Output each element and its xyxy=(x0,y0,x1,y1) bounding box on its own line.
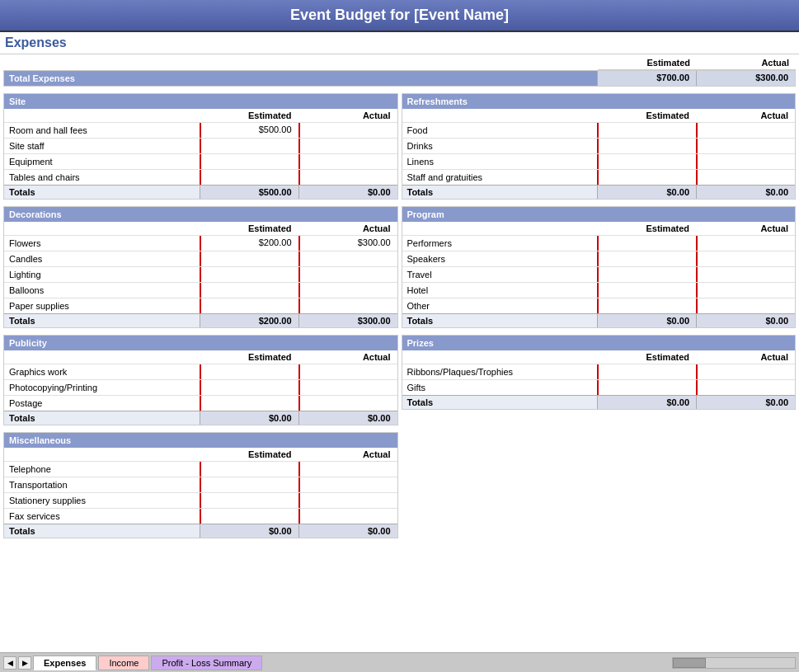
data-row: Stationery supplies xyxy=(4,492,397,508)
data-row: Photocopying/Printing xyxy=(4,379,397,395)
data-row: Tables and chairs xyxy=(4,169,397,185)
totals-label: Totals xyxy=(4,411,200,425)
tab-income[interactable]: Income xyxy=(98,656,149,670)
row-estimated[interactable] xyxy=(597,251,696,266)
totals-estimated: $0.00 xyxy=(597,314,696,327)
row-estimated[interactable] xyxy=(200,298,298,313)
row-estimated[interactable] xyxy=(200,267,298,282)
row-estimated[interactable] xyxy=(200,396,298,411)
row-estimated[interactable] xyxy=(200,139,298,153)
row-estimated[interactable] xyxy=(597,364,696,379)
row-estimated[interactable] xyxy=(597,298,696,313)
data-row: Hotel xyxy=(402,282,796,298)
row-estimated[interactable] xyxy=(200,380,298,395)
row-actual[interactable] xyxy=(298,396,397,411)
row-actual[interactable] xyxy=(298,509,397,524)
row-actual[interactable] xyxy=(298,170,397,185)
section-header-publicity: Publicity xyxy=(4,336,397,350)
row-actual[interactable] xyxy=(696,123,795,138)
row-actual[interactable] xyxy=(696,251,795,266)
row-estimated[interactable] xyxy=(200,364,298,379)
row-label: Tables and chairs xyxy=(4,171,200,184)
totals-actual: $0.00 xyxy=(298,186,397,199)
row-actual[interactable] xyxy=(696,170,795,185)
totals-row-site: Totals $500.00 $0.00 xyxy=(4,185,397,199)
totals-actual: $300.00 xyxy=(298,314,397,327)
tab-profit-loss[interactable]: Profit - Loss Summary xyxy=(151,656,262,670)
data-row: Ribbons/Plaques/Trophies xyxy=(402,364,796,379)
row-actual[interactable] xyxy=(298,477,397,492)
row-estimated[interactable] xyxy=(597,139,696,153)
row-actual[interactable] xyxy=(696,364,795,379)
row-estimated[interactable] xyxy=(200,154,298,169)
row-estimated[interactable] xyxy=(200,493,298,508)
data-row: Speakers xyxy=(402,251,796,266)
row-actual[interactable] xyxy=(696,236,795,251)
scrollbar-thumb[interactable] xyxy=(673,658,706,668)
row-estimated[interactable] xyxy=(597,283,696,298)
row-estimated[interactable] xyxy=(200,170,298,185)
row-label: Balloons xyxy=(4,284,200,297)
row-estimated[interactable] xyxy=(597,123,696,138)
row-actual[interactable] xyxy=(696,139,795,153)
row-estimated[interactable] xyxy=(200,462,298,477)
tab-bar: ◀ ▶ ExpensesIncomeProfit - Loss Summary xyxy=(0,652,799,672)
data-row: Room and hall fees $500.00 xyxy=(4,122,397,138)
row-actual[interactable] xyxy=(298,493,397,508)
tab-nav-next[interactable]: ▶ xyxy=(18,656,31,670)
page-title: Event Budget for [Event Name] xyxy=(0,0,799,32)
section-publicity: Publicity Estimated Actual Graphics work… xyxy=(3,335,398,425)
row-estimated[interactable] xyxy=(200,477,298,492)
row-actual[interactable] xyxy=(298,298,397,313)
row-actual[interactable] xyxy=(696,380,795,395)
scrollbar[interactable] xyxy=(672,657,796,669)
data-row: Lighting xyxy=(4,266,397,282)
row-estimated[interactable] xyxy=(597,267,696,282)
row-actual[interactable] xyxy=(696,267,795,282)
row-label: Speakers xyxy=(402,252,598,266)
section-header-refreshments: Refreshments xyxy=(402,94,796,109)
section-col-headers-refreshments: Estimated Actual xyxy=(402,109,796,122)
row-estimated[interactable] xyxy=(200,283,298,298)
row-actual[interactable] xyxy=(696,298,795,313)
col-hdr-act-prizes: Actual xyxy=(696,351,795,363)
row-actual[interactable] xyxy=(298,154,397,169)
row-actual[interactable] xyxy=(298,462,397,477)
row-label: Ribbons/Plaques/Trophies xyxy=(402,365,598,378)
row-estimated[interactable] xyxy=(597,154,696,169)
row-actual[interactable] xyxy=(298,123,397,138)
data-row: Telephone xyxy=(4,461,397,477)
row-actual[interactable] xyxy=(298,380,397,395)
total-expenses-row: Total Expenses $700.00 $300.00 xyxy=(3,70,796,87)
section-header-prizes: Prizes xyxy=(402,336,796,350)
row-label: Fax services xyxy=(4,510,200,523)
tab-expenses[interactable]: Expenses xyxy=(33,656,96,670)
row-actual[interactable] xyxy=(696,154,795,169)
totals-label: Totals xyxy=(4,524,200,538)
row-estimated[interactable] xyxy=(597,170,696,185)
row-estimated[interactable]: $500.00 xyxy=(200,123,298,138)
col-hdr-act-site: Actual xyxy=(298,110,397,121)
col-hdr-act-refreshments: Actual xyxy=(696,110,795,121)
row-actual[interactable]: $300.00 xyxy=(298,236,397,251)
row-estimated[interactable] xyxy=(597,236,696,251)
totals-row-miscellaneous: Totals $0.00 $0.00 xyxy=(4,524,397,538)
section-header-program: Program xyxy=(402,207,796,222)
row-estimated[interactable] xyxy=(200,251,298,266)
total-expenses-label: Total Expenses xyxy=(4,71,597,86)
section-refreshments: Refreshments Estimated Actual Food Drink… xyxy=(402,93,797,200)
row-estimated[interactable] xyxy=(597,380,696,395)
tab-nav-prev[interactable]: ◀ xyxy=(3,656,16,670)
row-actual[interactable] xyxy=(298,139,397,153)
row-actual[interactable] xyxy=(298,251,397,266)
data-row: Postage xyxy=(4,395,397,411)
totals-estimated: $0.00 xyxy=(597,396,696,409)
row-actual[interactable] xyxy=(298,283,397,298)
totals-row-prizes: Totals $0.00 $0.00 xyxy=(402,395,796,409)
row-estimated[interactable]: $200.00 xyxy=(200,236,298,251)
section-miscellaneous: Miscellaneous Estimated Actual Telephone… xyxy=(3,432,398,538)
row-estimated[interactable] xyxy=(200,509,298,524)
row-actual[interactable] xyxy=(696,283,795,298)
row-actual[interactable] xyxy=(298,267,397,282)
row-actual[interactable] xyxy=(298,364,397,379)
